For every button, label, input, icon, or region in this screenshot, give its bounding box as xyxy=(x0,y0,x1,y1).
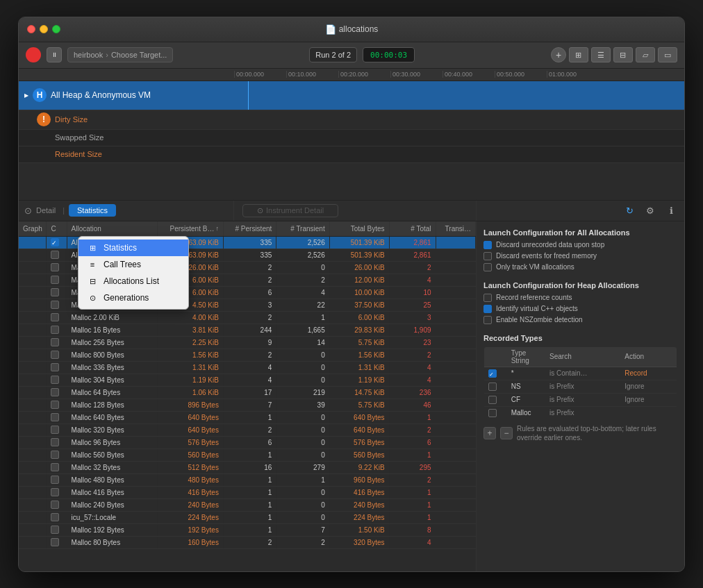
recorded-type-row[interactable]: CFis PrefixIgnore xyxy=(484,393,677,406)
cell-checkbox[interactable] xyxy=(47,274,67,286)
row-checkbox[interactable] xyxy=(51,476,59,484)
row-checkbox[interactable] xyxy=(51,251,59,259)
rtype-checkbox-cell[interactable] xyxy=(484,393,507,406)
cell-checkbox[interactable] xyxy=(47,349,67,361)
cell-checkbox[interactable] xyxy=(47,337,67,348)
rtype-search-cell[interactable]: is Prefix xyxy=(545,380,620,393)
row-checkbox[interactable] xyxy=(51,501,59,509)
row-checkbox[interactable] xyxy=(51,426,59,434)
cell-checkbox[interactable] xyxy=(47,437,67,448)
dropdown-item-generations[interactable]: ⊙ Generations xyxy=(78,289,188,306)
row-checkbox[interactable] xyxy=(51,363,59,371)
add-rule-button[interactable]: + xyxy=(483,427,496,439)
rtype-checkbox-cell[interactable]: ✓ xyxy=(484,367,507,380)
col-header-total[interactable]: # Total xyxy=(390,221,436,236)
row-checkbox[interactable] xyxy=(51,301,59,309)
table-row[interactable]: Malloc 560 Bytes560 Bytes10560 Bytes1 xyxy=(19,449,476,462)
cell-checkbox[interactable] xyxy=(47,324,67,336)
dropdown-item-statistics[interactable]: ⊞ Statistics xyxy=(78,240,188,256)
cell-checkbox[interactable] xyxy=(47,462,67,473)
row-checkbox[interactable] xyxy=(51,288,59,296)
pause-button[interactable]: ⏸ xyxy=(47,47,62,62)
cell-checkbox[interactable] xyxy=(47,312,67,324)
minimize-button[interactable] xyxy=(40,25,48,33)
table-row[interactable]: Malloc 128 Bytes896 Bytes7395.75 KiB46 xyxy=(19,399,476,412)
cell-checkbox[interactable]: ✓ xyxy=(47,237,67,249)
close-button[interactable] xyxy=(27,25,35,33)
table-row[interactable]: Malloc 96 Bytes576 Bytes60576 Bytes6 xyxy=(19,437,476,449)
row-checkbox[interactable] xyxy=(51,451,59,459)
rtype-action-cell[interactable]: Ignore xyxy=(620,380,677,393)
table-row[interactable]: Malloc 480 Bytes480 Bytes11960 Bytes2 xyxy=(19,474,476,487)
cell-checkbox[interactable] xyxy=(47,424,67,436)
cell-checkbox[interactable] xyxy=(47,524,67,536)
table-row[interactable]: Malloc 80 Bytes160 Bytes22320 Bytes4 xyxy=(19,537,476,549)
cell-checkbox[interactable] xyxy=(47,537,67,548)
opt-discard-freed-checkbox[interactable] xyxy=(483,252,492,260)
rtype-checkbox[interactable] xyxy=(488,396,497,404)
row-checkbox[interactable] xyxy=(51,413,59,421)
dropdown-item-allocations-list[interactable]: ⊟ Allocations List xyxy=(78,273,188,289)
view-btn-5[interactable]: ▭ xyxy=(658,47,677,62)
cell-checkbox[interactable] xyxy=(47,262,67,274)
row-checkbox[interactable] xyxy=(51,488,59,496)
col-header-transient2[interactable]: Transi… xyxy=(436,221,476,236)
track-expand-icon[interactable]: ▶ xyxy=(24,92,28,99)
row-checkbox[interactable] xyxy=(51,338,59,346)
table-row[interactable]: Malloc 800 Bytes1.56 KiB201.56 KiB2 xyxy=(19,349,476,362)
cell-checkbox[interactable] xyxy=(47,362,67,373)
row-checkbox[interactable] xyxy=(51,388,59,396)
row-checkbox[interactable]: ✓ xyxy=(51,238,59,246)
rtype-checkbox[interactable] xyxy=(488,383,497,391)
rtype-search-cell[interactable]: is Prefix xyxy=(545,406,620,419)
col-header-total-bytes[interactable]: Total Bytes xyxy=(330,221,390,236)
cell-checkbox[interactable] xyxy=(47,287,67,299)
rtype-checkbox[interactable]: ✓ xyxy=(488,369,497,378)
rtype-search-cell[interactable]: is Contain… xyxy=(545,367,620,380)
row-checkbox[interactable] xyxy=(51,376,59,384)
col-header-persistent[interactable]: # Persistent xyxy=(224,221,276,236)
cell-checkbox[interactable] xyxy=(47,412,67,423)
rtype-action-cell[interactable]: Record xyxy=(620,367,677,380)
recorded-type-row[interactable]: Mallocis Prefix xyxy=(484,406,677,419)
run-selector[interactable]: Run 2 of 2 xyxy=(309,47,357,62)
refresh-icon[interactable]: ↻ xyxy=(622,203,637,218)
table-row[interactable]: Malloc 192 Bytes192 Bytes171.50 KiB8 xyxy=(19,524,476,537)
table-row[interactable]: Malloc 256 Bytes2.25 KiB9145.75 KiB23 xyxy=(19,337,476,349)
row-checkbox[interactable] xyxy=(51,526,59,534)
rtype-action-cell[interactable] xyxy=(620,406,677,419)
cell-checkbox[interactable] xyxy=(47,499,67,511)
view-btn-2[interactable]: ☰ xyxy=(591,47,611,62)
opt-nszombie-checkbox[interactable] xyxy=(483,316,492,324)
row-checkbox[interactable] xyxy=(51,401,59,409)
breadcrumb[interactable]: heirbook › Choose Target... xyxy=(67,47,173,62)
row-checkbox[interactable] xyxy=(51,313,59,321)
opt-ref-counts-checkbox[interactable] xyxy=(483,294,492,302)
recorded-type-row[interactable]: ✓*is Contain…Record xyxy=(484,367,677,380)
rtype-checkbox-cell[interactable] xyxy=(484,406,507,419)
row-checkbox[interactable] xyxy=(51,351,59,359)
row-checkbox[interactable] xyxy=(51,513,59,521)
row-checkbox[interactable] xyxy=(51,463,59,471)
table-row[interactable]: Malloc 32 Bytes512 Bytes162799.22 KiB295 xyxy=(19,462,476,474)
cell-checkbox[interactable] xyxy=(47,387,67,398)
table-row[interactable]: Malloc 640 Bytes640 Bytes10640 Bytes1 xyxy=(19,412,476,424)
remove-rule-button[interactable]: − xyxy=(500,427,513,439)
table-row[interactable]: Malloc 304 Bytes1.19 KiB401.19 KiB4 xyxy=(19,374,476,387)
row-checkbox[interactable] xyxy=(51,276,59,284)
table-row[interactable]: Malloc 336 Bytes1.31 KiB401.31 KiB4 xyxy=(19,362,476,374)
rtype-checkbox-cell[interactable] xyxy=(484,380,507,393)
recorded-type-row[interactable]: NSis PrefixIgnore xyxy=(484,380,677,393)
info-icon[interactable]: ℹ xyxy=(663,203,679,218)
settings-icon[interactable]: ⚙ xyxy=(643,203,658,218)
fullscreen-button[interactable] xyxy=(52,25,60,33)
view-btn-1[interactable]: ⊞ xyxy=(569,47,588,62)
cell-checkbox[interactable] xyxy=(47,249,67,261)
table-row[interactable]: Malloc 2.00 KiB4.00 KiB216.00 KiB3 xyxy=(19,312,476,324)
table-row[interactable]: Malloc 320 Bytes640 Bytes20640 Bytes2 xyxy=(19,424,476,437)
cell-checkbox[interactable] xyxy=(47,399,67,411)
record-button[interactable] xyxy=(26,47,41,62)
cell-checkbox[interactable] xyxy=(47,474,67,486)
cell-checkbox[interactable] xyxy=(47,449,67,461)
rtype-action-cell[interactable]: Ignore xyxy=(620,393,677,406)
